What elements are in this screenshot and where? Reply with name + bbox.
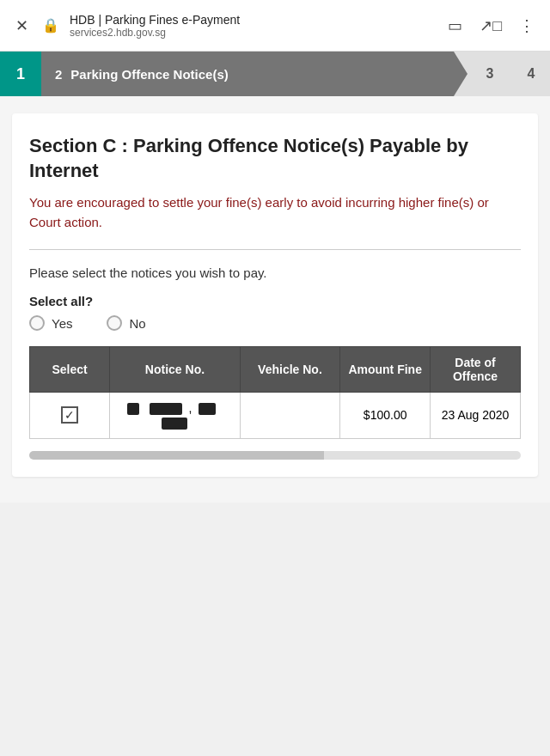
redacted-1: [127, 403, 139, 415]
browser-title-area: HDB | Parking Fines e-Payment services2.…: [70, 13, 434, 39]
radio-yes-label: Yes: [52, 316, 72, 331]
table-header-row: Select Notice No. Vehicle No. Amount Fin…: [30, 347, 521, 393]
instruction-text: Please select the notices you wish to pa…: [29, 265, 521, 280]
checkbox-wrapper: ✓: [37, 406, 102, 424]
radio-yes-option[interactable]: Yes: [29, 315, 72, 331]
col-header-date: Date of Offence: [431, 347, 521, 393]
lock-icon: 🔒: [42, 17, 59, 34]
browser-bar: ✕ 🔒 HDB | Parking Fines e-Payment servic…: [0, 0, 550, 52]
content-card: Section C : Parking Offence Notice(s) Pa…: [12, 113, 538, 477]
step-2: 2 Parking Offence Notice(s): [41, 52, 468, 96]
select-all-label: Select all?: [29, 294, 521, 308]
step-3: 3: [468, 52, 512, 96]
radio-no-option[interactable]: No: [107, 315, 145, 331]
section-title: Section C : Parking Offence Notice(s) Pa…: [29, 134, 521, 183]
close-icon[interactable]: ✕: [12, 13, 32, 39]
bookmark-icon[interactable]: ▭: [444, 13, 466, 39]
horizontal-scrollbar[interactable]: [29, 451, 521, 460]
redacted-4: [162, 418, 187, 430]
step-2-label: Parking Offence Notice(s): [70, 67, 228, 82]
col-header-select: Select: [30, 347, 110, 393]
table-cell-date: 23 Aug 2020: [431, 393, 521, 439]
radio-yes-circle: [29, 315, 45, 331]
radio-group: Yes No: [29, 315, 521, 331]
redacted-3: [199, 403, 216, 415]
col-header-notice: Notice No.: [110, 347, 240, 393]
col-header-vehicle: Vehicle No.: [240, 347, 340, 393]
table-row: ✓ , $100.00: [30, 393, 521, 439]
checkbox[interactable]: ✓: [61, 406, 78, 424]
main-content: Section C : Parking Offence Notice(s) Pa…: [0, 96, 550, 503]
radio-no-circle: [107, 315, 122, 331]
browser-title: HDB | Parking Fines e-Payment: [70, 13, 434, 27]
fine-table: Select Notice No. Vehicle No. Amount Fin…: [29, 346, 521, 439]
step-2-number: 2: [55, 67, 62, 82]
table-cell-notice: ,: [110, 393, 240, 439]
divider: [29, 249, 521, 250]
col-header-amount: Amount Fine: [340, 347, 431, 393]
step-1: 1: [0, 52, 41, 96]
step-bar: 1 2 Parking Offence Notice(s) 3 4: [0, 52, 550, 96]
browser-subtitle: services2.hdb.gov.sg: [70, 27, 434, 39]
table-cell-amount: $100.00: [340, 393, 431, 439]
share-icon[interactable]: ↗□: [476, 13, 505, 39]
step-4: 4: [512, 52, 550, 96]
table-cell-select[interactable]: ✓: [30, 393, 110, 439]
more-options-icon[interactable]: ⋮: [516, 13, 538, 39]
table-cell-vehicle: [240, 393, 340, 439]
warning-text: You are encouraged to settle your fine(s…: [29, 193, 521, 232]
redacted-2: [150, 403, 182, 415]
radio-no-label: No: [129, 316, 145, 331]
